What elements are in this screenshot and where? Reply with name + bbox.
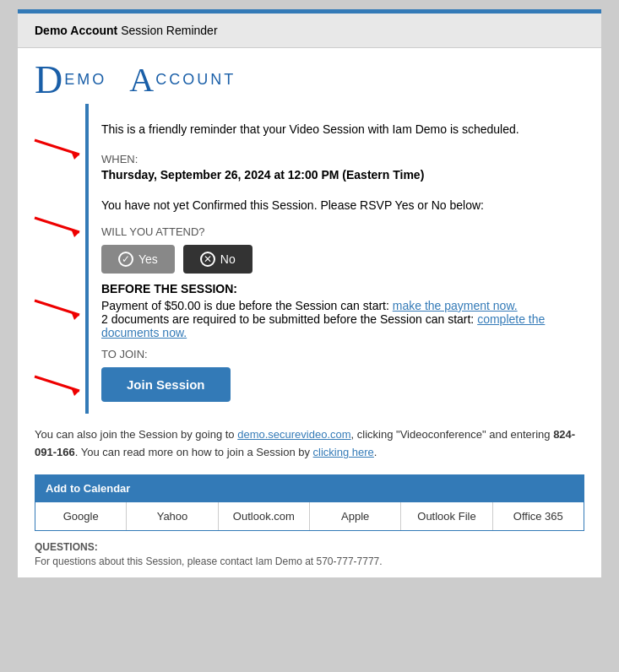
securevideo-link[interactable]: demo.securevideo.com (237, 428, 350, 441)
yes-label: Yes (138, 252, 158, 266)
before-line2: 2 documents are required to be submitted… (101, 312, 576, 339)
questions-title: QUESTIONS: (35, 541, 584, 553)
also-join-text: You can also join the Session by going t… (35, 428, 237, 441)
yes-button[interactable]: ✓ Yes (101, 245, 175, 274)
calendar-google[interactable]: Google (35, 502, 127, 530)
join-session-button[interactable]: Join Session (101, 367, 231, 402)
to-join-section: TO JOIN: Join Session (101, 348, 576, 402)
clicking-here-link[interactable]: clicking here (313, 446, 374, 458)
when-block: WHEN: Thursday, September 26, 2024 at 12… (101, 148, 576, 187)
email-container: Demo Account Session Reminder DEMO ACCOU… (17, 8, 602, 578)
main-section: This is a friendly reminder that your Vi… (30, 104, 589, 414)
checkmark-icon: ✓ (118, 252, 133, 267)
to-join-label: TO JOIN: (101, 348, 576, 360)
calendar-header: Add to Calendar (35, 475, 584, 501)
will-attend-label: WILL YOU ATTEND? (101, 225, 576, 238)
calendar-section: Add to Calendar Google Yahoo Outlook.com… (35, 474, 584, 531)
calendar-buttons: Google Yahoo Outlook.com Apple Outlook F… (35, 501, 584, 530)
before-line1: Payment of $50.00 is due before the Sess… (101, 299, 576, 312)
rsvp-buttons: ✓ Yes ✕ No (101, 245, 576, 274)
arrows-column (30, 104, 85, 414)
questions-text: For questions about this Session, please… (35, 555, 584, 567)
content-area: This is a friendly reminder that your Vi… (85, 104, 589, 414)
before-line2-text: 2 documents are required to be submitted… (101, 312, 477, 326)
arrow-1 (30, 136, 85, 160)
intro-block: This is a friendly reminder that your Vi… (101, 117, 576, 141)
rsvp-text-block: You have not yet Confirmed this Session.… (101, 193, 576, 217)
intro-text: This is a friendly reminder that your Vi… (101, 122, 519, 136)
calendar-apple[interactable]: Apple (310, 502, 401, 530)
before-session-block: BEFORE THE SESSION: Payment of $50.00 is… (101, 282, 576, 339)
also-join-text3: . You can read more on how to join a Ses… (75, 446, 313, 458)
before-title: BEFORE THE SESSION: (101, 282, 576, 295)
questions-section: QUESTIONS: For questions about this Sess… (35, 541, 584, 567)
period: . (374, 446, 377, 458)
no-label: No (220, 252, 236, 266)
footer-text: You can also join the Session by going t… (35, 426, 584, 462)
banner-bold: Demo Account (35, 24, 117, 37)
when-date: Thursday, September 26, 2024 at 12:00 PM… (101, 168, 576, 182)
calendar-yahoo[interactable]: Yahoo (127, 502, 218, 530)
rsvp-text: You have not yet Confirmed this Session.… (101, 198, 484, 212)
arrow-2 (30, 214, 85, 237)
rsvp-section: WILL YOU ATTEND? ✓ Yes ✕ No (101, 225, 576, 274)
banner-normal: Session Reminder (117, 24, 217, 37)
calendar-outlook-com[interactable]: Outlook.com (219, 502, 310, 530)
arrow-3 (30, 296, 85, 320)
no-button[interactable]: ✕ No (183, 245, 252, 274)
when-label: WHEN: (101, 153, 576, 165)
payment-link[interactable]: make the payment now. (393, 299, 518, 312)
also-join-text2: , clicking "Videoconference" and enterin… (351, 428, 554, 441)
before-line1-text: Payment of $50.00 is due before the Sess… (101, 299, 393, 312)
logo-drop-a: A (129, 61, 155, 99)
logo-area: DEMO ACCOUNT (18, 48, 601, 104)
arrow-4 (30, 372, 85, 396)
calendar-outlook-file[interactable]: Outlook File (401, 502, 492, 530)
logo-drop-d: D (35, 58, 64, 101)
x-icon: ✕ (200, 252, 215, 267)
logo-text2: CCOUNT (155, 72, 236, 89)
header-banner: Demo Account Session Reminder (18, 14, 601, 48)
logo-text1: EMO (64, 72, 106, 89)
logo-text: DEMO ACCOUNT (35, 64, 236, 90)
calendar-office365[interactable]: Office 365 (493, 502, 584, 530)
